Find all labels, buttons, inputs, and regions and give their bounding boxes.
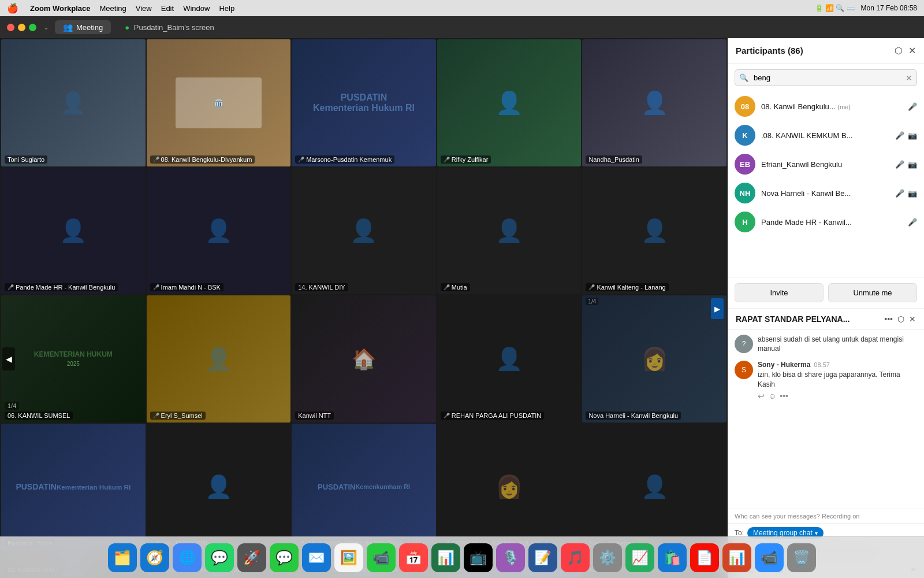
dock-item-calendar[interactable]: 📅 <box>399 543 428 572</box>
chat-privacy-note: Who can see your messages? Recording on <box>728 509 924 523</box>
dock-item-safari[interactable]: 🧭 <box>140 543 169 572</box>
tile-kanwil-diy: 👤 14. KANWIL DIY <box>292 168 436 295</box>
participant-status-icons: 🎤 📷 <box>895 189 917 198</box>
dock-item-mail[interactable]: ✉️ <box>302 543 331 572</box>
tile-toni-sugiarto: 👤 Toni Sugiarto <box>1 39 146 166</box>
dock-item-appletv[interactable]: 📺 <box>464 543 493 572</box>
close-button[interactable] <box>7 24 14 31</box>
tile-mutia: 👤 🎤Mutia <box>437 168 582 295</box>
tile-name-bengkulu-div: 🎤08. Kanwil Bengkulu-Divyankum <box>150 155 255 164</box>
dock-item-numbers[interactable]: 📈 <box>625 543 654 572</box>
tile-kanwil-kemkum: PUSDATINKemenkumham RI 🎤.08. KANWIL KEMK… <box>292 424 436 551</box>
meeting-button[interactable]: 👥 Meeting <box>55 20 111 34</box>
chat-messages: ? absensi sudah di set ulang untuk dapat… <box>728 330 924 509</box>
external-link-icon[interactable]: ⬡ <box>895 45 903 56</box>
tile-imam: 👤 🎤Imam Mahdi N - BSK <box>147 168 291 295</box>
tile-name-kanwil-diy: 14. KANWIL DIY <box>295 283 348 291</box>
more-msg-icon[interactable]: ••• <box>780 391 788 401</box>
traffic-lights[interactable] <box>7 24 36 31</box>
right-panel: Participants (86) ⬡ ✕ 🔍 ✕ 08 08. Kanwil … <box>728 38 924 578</box>
tile-marsono: PUSDATINKementerian Hukum RI 🎤Marsono-Pu… <box>292 39 436 166</box>
menubar-time: Mon 17 Feb 08:58 <box>861 4 917 12</box>
participant-name: .08. KANWIL KEMKUM B... <box>761 131 889 140</box>
dock-item-zoom[interactable]: 📹 <box>755 543 784 572</box>
tile-pande: 👤 🎤Pande Made HR - Kanwil Bengkulu <box>1 168 146 295</box>
video-off-icon: 📷 <box>908 160 917 169</box>
chat-close-icon[interactable]: ✕ <box>909 314 916 324</box>
react-icon[interactable]: ☺ <box>768 391 776 401</box>
main-content: 👤 Toni Sugiarto 🏛️ 🎤08. Kanwil Bengkulu-… <box>0 38 924 578</box>
menu-edit[interactable]: Edit <box>161 4 174 13</box>
reply-icon[interactable]: ↩ <box>758 391 765 401</box>
search-clear-icon[interactable]: ✕ <box>906 73 912 83</box>
chat-sender-2: Sony - Hukerma <box>758 361 810 369</box>
chat-message-1: ? absensi sudah di set ulang untuk dapat… <box>735 335 917 354</box>
dock-item-podcasts[interactable]: 🎙️ <box>496 543 525 572</box>
mute-icon: 🎤 <box>908 102 917 111</box>
participant-item-p2[interactable]: K .08. KANWIL KEMKUM B... 🎤 📷 <box>728 121 924 150</box>
tile-name-pande: 🎤Pande Made HR - Kanwil Bengkulu <box>5 283 118 291</box>
nova-next-arrow[interactable]: ▶ <box>711 298 724 319</box>
menu-window[interactable]: Window <box>183 4 210 13</box>
dock-item-powerpoint[interactable]: 📊 <box>722 543 751 572</box>
tile-bengkulu-div: 🏛️ 🎤08. Kanwil Bengkulu-Divyankum <box>147 39 291 166</box>
dock-item-messages[interactable]: 💬 <box>270 543 299 572</box>
dock-item-whatsapp[interactable]: 💬 <box>205 543 234 572</box>
participant-item-p3[interactable]: EB Efriani_Kanwil Bengkulu 🎤 📷 <box>728 150 924 179</box>
tile-prev-arrow[interactable]: ◀ <box>2 347 15 370</box>
dock-item-launchpad[interactable]: 🚀 <box>237 543 266 572</box>
apple-menu[interactable]: 🍎 <box>7 3 18 14</box>
chat-title: RAPAT STANDAR PELYANA... <box>736 314 850 324</box>
fullscreen-button[interactable] <box>29 24 36 31</box>
chevron-down-icon: ▾ <box>815 530 818 536</box>
dock-item-word[interactable]: 📝 <box>528 543 557 572</box>
tile-name-imam: 🎤Imam Mahdi N - BSK <box>150 283 223 291</box>
tile-name-mutia: 🎤Mutia <box>441 283 470 291</box>
participant-status-icons: 🎤 <box>908 218 917 227</box>
chat-msg-content-2: Sony - Hukerma 08.57 izin, klo bisa di s… <box>758 361 917 401</box>
participants-search-input[interactable] <box>735 69 917 86</box>
participant-item-p5[interactable]: H Pande Made HR - Kanwil... 🎤 <box>728 208 924 236</box>
dock-item-facetime[interactable]: 📹 <box>367 543 396 572</box>
search-icon: 🔍 <box>739 73 748 82</box>
tile-sony: 👤 Sony - Hukerma <box>582 424 726 551</box>
dock-item-acrobat[interactable]: 📄 <box>690 543 719 572</box>
menu-help[interactable]: Help <box>219 4 234 13</box>
dock-item-systemprefs[interactable]: ⚙️ <box>593 543 622 572</box>
dock-item-chrome[interactable]: 🌐 <box>173 543 202 572</box>
menu-meeting[interactable]: Meeting <box>100 4 126 13</box>
tile-name-kanwil-sumsel: 06. KANWIL SUMSEL <box>5 412 73 420</box>
chat-text-1: absensi sudah di set ulang untuk dapat m… <box>758 335 917 354</box>
invite-button[interactable]: Invite <box>735 283 824 302</box>
tile-nandha: 👤 Nandha_Pusdatin <box>582 39 726 166</box>
tile-fitriani: 👩 🎤FITRIANI.HB_KANWIL SULSEL <box>437 424 582 551</box>
unmute-button[interactable]: Unmute me <box>828 283 917 302</box>
chat-msg-actions-2: ↩ ☺ ••• <box>758 391 917 401</box>
participant-avatar: EB <box>735 154 755 175</box>
chat-more-icon[interactable]: ••• <box>884 314 893 324</box>
dock-item-excel[interactable]: 📊 <box>431 543 460 572</box>
video-off-icon: 📷 <box>908 131 917 140</box>
menubar-icons: 🔋 📶 🔍 ⌨️ <box>815 4 855 12</box>
tile-name-rehan: 🎤REHAN PARGA ALI PUSDATIN <box>441 412 544 420</box>
chat-external-icon[interactable]: ⬡ <box>897 314 904 324</box>
dock-item-photos[interactable]: 🖼️ <box>334 543 363 572</box>
participant-item-p4[interactable]: NH Nova Harneli - Kanwil Be... 🎤 📷 <box>728 179 924 208</box>
chat-avatar-2: S <box>735 361 753 379</box>
screen-share-label: ● Pusdatin_Baim's screen <box>125 23 214 32</box>
close-participants-icon[interactable]: ✕ <box>908 45 916 56</box>
dock-item-trash[interactable]: 🗑️ <box>787 543 816 572</box>
chat-header-actions: ••• ⬡ ✕ <box>884 314 916 324</box>
dock-item-appstore[interactable]: 🛍️ <box>658 543 687 572</box>
participant-item-p1[interactable]: 08 08. Kanwil Bengkulu... (me) 🎤 <box>728 92 924 121</box>
participants-section: Participants (86) ⬡ ✕ 🔍 ✕ 08 08. Kanwil … <box>728 38 924 309</box>
tile-name-kanwil-kalteng: 🎤Kanwil Kalteng - Lanang <box>586 283 668 291</box>
meeting-icon: 👥 <box>63 23 73 32</box>
dock-item-finder[interactable]: 🗂️ <box>108 543 137 572</box>
minimize-button[interactable] <box>18 24 25 31</box>
window-chevron[interactable]: ⌄ <box>43 23 49 31</box>
menu-view[interactable]: View <box>136 4 152 13</box>
dock-item-music[interactable]: 🎵 <box>561 543 590 572</box>
search-bar: 🔍 ✕ <box>735 69 917 86</box>
mute-icon: 🎤 <box>895 131 904 140</box>
